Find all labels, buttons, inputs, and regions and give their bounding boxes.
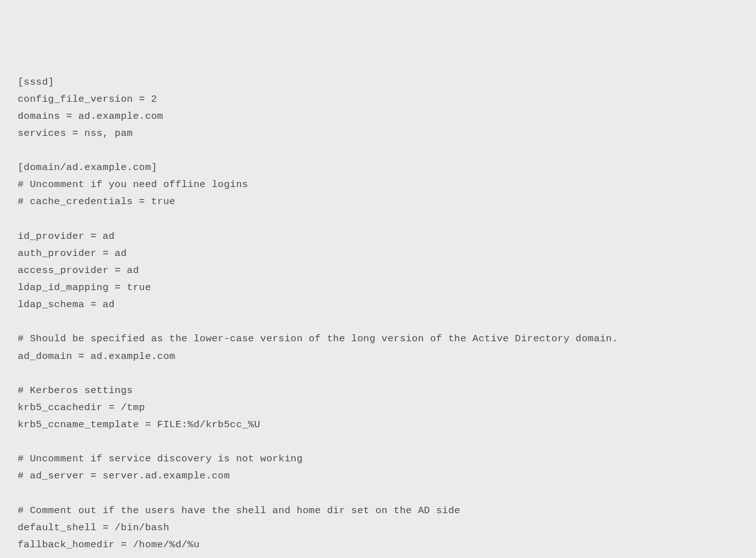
code-line: ldap_id_mapping = true [18, 282, 151, 293]
code-line: access_provider = ad [18, 265, 139, 276]
code-line: ldap_schema = ad [18, 299, 115, 310]
code-line: # Comment out if the users have the shel… [18, 505, 460, 516]
code-line: # Kerberos settings [18, 385, 133, 396]
code-line: ad_domain = ad.example.com [18, 351, 176, 362]
code-line: krb5_ccachedir = /tmp [18, 402, 145, 413]
code-line: domains = ad.example.com [18, 111, 163, 122]
code-line: [sssd] [18, 76, 54, 88]
code-line: config_file_version = 2 [18, 94, 157, 105]
code-line: krb5_ccname_template = FILE:%d/krb5cc_%U [18, 419, 260, 430]
code-line: # Uncomment if service discovery is not … [18, 453, 303, 464]
code-line: default_shell = /bin/bash [18, 522, 169, 533]
code-line: id_provider = ad [18, 231, 115, 242]
code-line: # Uncomment if you need offline logins [18, 179, 248, 190]
code-line: # cache_credentials = true [18, 196, 176, 207]
code-line: [domain/ad.example.com] [18, 162, 157, 173]
code-line: services = nss, pam [18, 128, 133, 139]
code-line: auth_provider = ad [18, 248, 127, 259]
code-line: # Should be specified as the lower-case … [18, 333, 618, 344]
code-line: # ad_server = server.ad.example.com [18, 470, 230, 482]
code-line: fallback_homedir = /home/%d/%u [18, 539, 200, 550]
config-code-block: [sssd] config_file_version = 2 domains =… [18, 74, 738, 559]
